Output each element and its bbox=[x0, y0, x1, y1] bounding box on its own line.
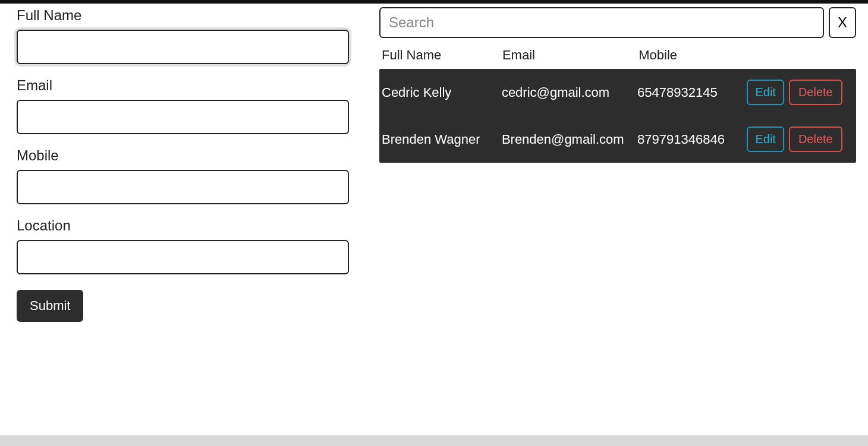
form-group-email: Email bbox=[17, 77, 356, 134]
cell-name: Brenden Wagner bbox=[382, 132, 502, 147]
form-group-location: Location bbox=[17, 217, 356, 274]
cell-mobile: 879791346846 bbox=[637, 132, 747, 147]
fullname-label: Full Name bbox=[17, 7, 356, 24]
mobile-input[interactable] bbox=[17, 170, 349, 204]
data-table: Full Name Email Mobile Cedric Kelly cedr… bbox=[379, 44, 856, 163]
delete-button[interactable]: Delete bbox=[789, 80, 842, 105]
mobile-label: Mobile bbox=[17, 147, 356, 164]
form-group-fullname: Full Name bbox=[17, 7, 356, 64]
form-panel: Full Name Email Mobile Location Submit bbox=[17, 7, 356, 322]
cell-name: Cedric Kelly bbox=[382, 85, 502, 100]
table-row: Cedric Kelly cedric@gmail.com 6547893214… bbox=[379, 69, 856, 116]
cell-email: Brenden@gmail.com bbox=[502, 132, 637, 147]
cell-email: cedric@gmail.com bbox=[502, 85, 637, 100]
cell-actions: Edit Delete bbox=[747, 126, 851, 152]
cell-actions: Edit Delete bbox=[747, 80, 851, 105]
clear-search-button[interactable]: X bbox=[829, 7, 856, 38]
bottom-border-bar bbox=[0, 435, 868, 446]
main-container: Full Name Email Mobile Location Submit X… bbox=[0, 4, 868, 322]
cell-mobile: 65478932145 bbox=[637, 85, 747, 100]
fullname-input[interactable] bbox=[17, 30, 349, 64]
col-header-actions bbox=[749, 48, 854, 63]
edit-button[interactable]: Edit bbox=[747, 80, 784, 105]
search-input[interactable] bbox=[379, 7, 824, 38]
col-header-email: Email bbox=[502, 48, 639, 63]
location-input[interactable] bbox=[17, 240, 349, 274]
table-body: Cedric Kelly cedric@gmail.com 6547893214… bbox=[379, 69, 856, 163]
location-label: Location bbox=[17, 217, 356, 234]
submit-button[interactable]: Submit bbox=[17, 290, 83, 322]
col-header-mobile: Mobile bbox=[639, 48, 749, 63]
form-group-mobile: Mobile bbox=[17, 147, 356, 204]
search-row: X bbox=[379, 7, 856, 38]
edit-button[interactable]: Edit bbox=[747, 126, 784, 152]
col-header-name: Full Name bbox=[382, 48, 502, 63]
email-label: Email bbox=[17, 77, 356, 94]
email-input[interactable] bbox=[17, 100, 349, 134]
table-header-row: Full Name Email Mobile bbox=[379, 44, 856, 69]
delete-button[interactable]: Delete bbox=[789, 126, 842, 152]
table-row: Brenden Wagner Brenden@gmail.com 8797913… bbox=[379, 116, 856, 163]
list-panel: X Full Name Email Mobile Cedric Kelly ce… bbox=[379, 7, 856, 322]
